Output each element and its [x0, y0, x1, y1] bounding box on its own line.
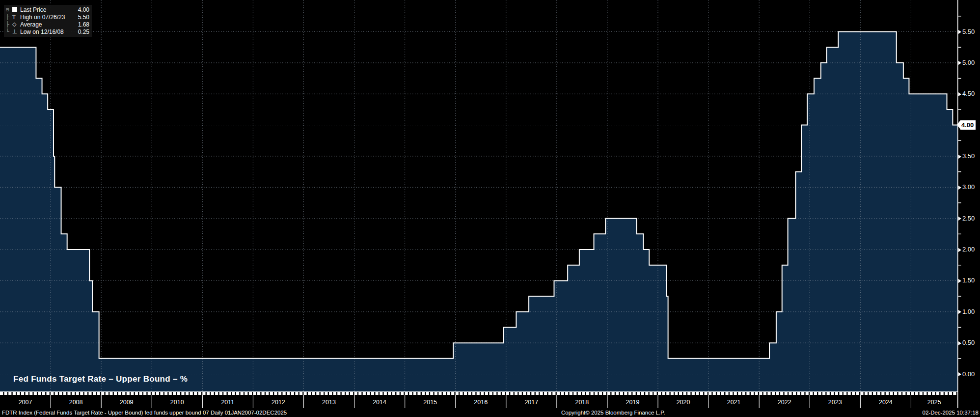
x-axis-year-label: 2009	[101, 398, 152, 407]
bloomberg-chart-screen: ⊟ Last Price 4.00 ├ T High on 07/26/23 5…	[0, 0, 980, 417]
legend-expand-icon[interactable]: ⊟	[6, 6, 12, 13]
tick-arrow-icon	[958, 372, 961, 376]
y-axis-label: 5.50	[958, 28, 975, 36]
y-axis-label: 3.50	[958, 152, 975, 160]
legend-label: Low on 12/16/08	[20, 28, 78, 35]
x-axis-year-label: 2013	[303, 398, 354, 407]
x-axis-year-label: 2012	[253, 398, 303, 407]
chart-title: Fed Funds Target Rate – Upper Bound – %	[13, 374, 188, 384]
y-axis-label: 0.00	[958, 370, 975, 378]
y-axis-label: 3.00	[958, 183, 975, 191]
security-description: FDTR Index (Federal Funds Target Rate - …	[2, 410, 287, 416]
x-axis-year-label: 2021	[708, 398, 759, 407]
x-axis-year-label: 2016	[456, 398, 506, 407]
x-axis-year-label: 2008	[51, 398, 101, 407]
tick-arrow-icon	[958, 217, 961, 221]
x-axis-year-label: 2010	[152, 398, 202, 407]
average-marker-icon: ◇	[12, 21, 20, 28]
x-axis-year-label: 2019	[607, 398, 658, 407]
legend-tree-branch: ├	[6, 14, 12, 20]
legend-row-low[interactable]: └ ⊥ Low on 12/16/08 0.25	[6, 28, 89, 35]
tick-arrow-icon	[958, 341, 961, 345]
legend-value: 5.50	[78, 14, 89, 21]
y-axis-label: 5.00	[958, 59, 975, 67]
status-bar: FDTR Index (Federal Funds Target Rate - …	[0, 409, 980, 417]
x-axis-year-label: 2022	[759, 398, 810, 407]
tick-arrow-icon	[958, 155, 961, 159]
legend-tree-branch: ├	[6, 21, 12, 28]
x-axis-year-label: 2014	[354, 398, 405, 407]
legend-label: High on 07/26/23	[20, 14, 78, 21]
tick-arrow-icon	[958, 279, 961, 283]
tick-arrow-icon	[958, 186, 961, 190]
tick-arrow-icon	[958, 92, 961, 96]
x-axis-year-label: 2023	[810, 398, 860, 407]
y-axis-label: 2.00	[958, 246, 975, 253]
tick-arrow-icon	[958, 30, 961, 34]
y-axis-label: 0.50	[958, 339, 975, 347]
tick-arrow-icon	[958, 310, 961, 314]
legend-row-last-price[interactable]: ⊟ Last Price 4.00	[6, 6, 89, 13]
last-price-tag: 4.00	[960, 120, 976, 130]
tick-arrow-icon	[958, 248, 961, 252]
y-axis-label: 4.50	[958, 90, 975, 98]
high-whisker-icon: T	[12, 14, 20, 20]
legend-tree-branch: └	[6, 28, 12, 35]
x-axis-year-label: 2025	[911, 398, 957, 407]
low-whisker-icon: ⊥	[12, 28, 20, 35]
legend-label: Average	[20, 21, 78, 28]
legend-value: 4.00	[78, 6, 89, 13]
legend-row-average[interactable]: ├ ◇ Average 1.68	[6, 21, 89, 28]
x-axis-year-label: 2024	[860, 398, 911, 407]
tick-arrow-icon	[958, 61, 961, 65]
y-axis-label: 2.50	[958, 215, 975, 222]
x-axis-year-label: 2007	[0, 398, 51, 407]
x-axis-year-label: 2015	[405, 398, 456, 407]
x-axis-year-label: 2017	[506, 398, 557, 407]
last-price-swatch-icon	[12, 7, 20, 13]
legend-value: 1.68	[78, 21, 89, 28]
copyright-notice: Copyright© 2025 Bloomberg Finance L.P.	[561, 410, 665, 416]
legend-value: 0.25	[78, 28, 89, 35]
chart-legend[interactable]: ⊟ Last Price 4.00 ├ T High on 07/26/23 5…	[4, 5, 92, 37]
y-axis-label: 1.00	[958, 308, 975, 316]
x-axis-year-label: 2011	[202, 398, 253, 407]
timestamp: 02-Dec-2025 10:37:18	[923, 410, 979, 416]
rate-area-chart[interactable]	[0, 0, 980, 417]
x-axis-year-label: 2018	[557, 398, 607, 407]
y-axis-label: 1.50	[958, 277, 975, 284]
x-axis-year-label: 2020	[658, 398, 708, 407]
legend-row-high[interactable]: ├ T High on 07/26/23 5.50	[6, 13, 89, 21]
legend-label: Last Price	[20, 6, 78, 13]
